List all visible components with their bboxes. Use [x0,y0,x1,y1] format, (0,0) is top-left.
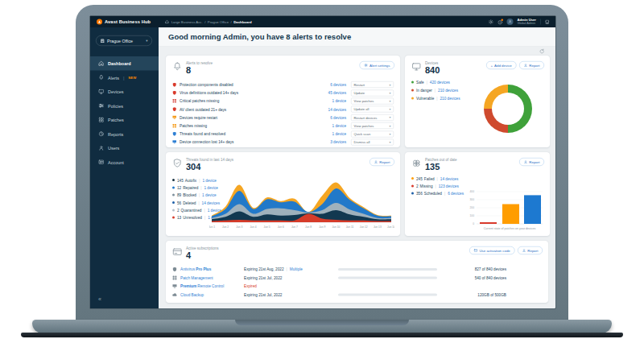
svg-text:Jun 11: Jun 11 [346,225,354,229]
subscription-name[interactable]: Premium Remote Control [180,284,244,289]
subscription-row: Cloud Backup Expiring 21st Jul, 2022 120… [172,291,542,300]
devices-count: 840 [425,65,440,76]
legend-count: 356 [416,191,423,196]
legend-dot [172,209,175,211]
sidebar-collapse-icon[interactable]: « [98,296,101,302]
subscription-expiry: Expiring 21st Jul, 2022 [244,292,333,297]
legend-devices-link[interactable]: 6 devices [448,191,464,196]
alert-row: Protection components disabled 6 devices… [172,81,394,89]
alert-settings-button[interactable]: Alert settings [360,61,394,69]
button-label: Add device [494,64,512,68]
subscription-name[interactable]: Patch Management [180,275,244,280]
alert-action-select[interactable]: Update ▾ [351,89,394,96]
sidebar-item-reports[interactable]: Reports [90,127,159,142]
legend-label: Missing [420,184,433,188]
alert-icon [172,115,177,120]
sidebar-item-devices[interactable]: Devices [90,85,159,99]
store-icon[interactable] [545,19,551,25]
report-button[interactable]: Report [519,158,544,166]
alert-devices-link[interactable]: 6 devices [311,115,346,120]
sidebar-item-alerts[interactable]: Alerts | NEW [90,71,159,85]
legend-label: In danger [416,88,432,93]
breadcrumb-mid[interactable]: Prague Office [208,20,229,24]
legend-devices-link[interactable]: 123 devices [439,184,459,188]
chevron-down-icon: ▾ [389,107,390,111]
card-actions: Report [519,158,544,166]
app-screen: Avast Business Hub Large Business Acc. /… [90,16,555,308]
legend-devices-link[interactable]: 14 devices [440,176,458,181]
button-label: Report [527,249,538,253]
add-device-button[interactable]: + Add device [486,61,516,69]
alert-devices-link[interactable]: 14 devices [311,107,346,112]
alert-action-select[interactable]: Restart devices ▾ [351,114,394,121]
chevron-down-icon: ▾ [389,99,390,103]
sidebar-item-account[interactable]: Account [90,155,159,170]
alert-devices-link[interactable]: 1 device [311,99,346,104]
alert-action-select[interactable]: View patches ▾ [351,97,394,104]
sidebar-item-policies[interactable]: Policies [90,99,159,114]
sidebar: Prague Office ▾ Dashboard Alerts | NEW D… [90,27,159,308]
legend-label: Failed [424,176,435,181]
report-button[interactable]: Report [518,246,543,254]
alert-action-select[interactable]: Update all ▾ [351,106,394,113]
legend-label: Safe [416,80,424,85]
alert-devices-link[interactable]: 6 devices [311,82,346,87]
sidebar-item-label: Dashboard [108,61,131,66]
breadcrumb-separator: / [231,20,232,24]
usage-count: 827 of 840 devices [437,267,542,272]
sidebar-item-patches[interactable]: Patches [90,113,159,127]
org-selector[interactable]: Prague Office ▾ [96,35,152,46]
legend-count: 145 [177,178,184,183]
breadcrumb-root[interactable]: Large Business Acc. [171,20,203,24]
sidebar-item-dashboard[interactable]: Dashboard [90,56,159,71]
subscription-name[interactable]: Antivirus Pro Plus [180,267,244,272]
subscription-row: Premium Remote Control Expired [172,282,542,291]
refresh-icon[interactable] [539,48,546,55]
legend-devices-link[interactable]: 210 devices [440,96,460,101]
use-activation-code-button[interactable]: Use activation code [469,246,514,254]
card-actions: Alert settings [360,61,394,69]
avatar[interactable] [506,19,513,25]
alert-action-select[interactable]: View patches ▾ [351,122,394,129]
legend-devices-link[interactable]: 420 devices [430,80,450,85]
sidebar-item-label: Account [108,159,124,164]
alert-action-select[interactable]: Restart ▾ [351,81,394,88]
alert-devices-link[interactable]: 45 devices [311,91,346,96]
settings-gear-icon[interactable] [488,19,493,25]
patches-icon [98,117,105,123]
divider: | [204,215,205,220]
dashboard-icon [98,60,105,67]
alert-label: Threats found and resolved [180,132,225,137]
select-value: Update all [354,107,369,111]
alert-action-select[interactable]: Quick scan ▾ [351,130,394,137]
legend-dot [411,184,414,187]
alert-action-select[interactable]: Dismiss all ▾ [351,138,394,145]
divider: | [200,185,201,190]
alert-devices-link[interactable]: 1 device [311,132,346,137]
legend-label: Deleted [183,201,196,205]
legend-label: Repaired [183,185,198,190]
legend-dot [411,97,414,100]
multiple-link[interactable]: Multiple [290,267,303,272]
sidebar-item-users[interactable]: Users [90,141,159,155]
alert-row: Device connection lost 14+ days 3 device… [172,138,394,146]
subscription-name[interactable]: Cloud Backup [180,292,244,297]
alert-devices-link[interactable]: 3 devices [311,140,346,145]
alert-devices-link[interactable]: 1 device [311,123,346,128]
svg-text:100: 100 [469,214,474,217]
alert-row: Critical patches missing 1 device View p… [172,97,394,105]
whats-new-icon[interactable] [497,19,503,25]
bell-icon [172,62,183,72]
alert-icon [172,82,177,87]
subscription-expiry: Expired [244,284,333,289]
user-info[interactable]: Admin User Global Admin [517,18,536,25]
divider: | [199,178,200,183]
button-label: Report [379,160,390,164]
chevron-down-icon: ▾ [389,124,390,128]
svg-text:Jun 4: Jun 4 [250,225,256,229]
legend-dot [172,217,175,219]
topbar-actions: Admin User Global Admin [488,18,550,25]
report-button[interactable]: Report [369,158,394,166]
report-button[interactable]: Report [519,61,544,69]
legend-devices-link[interactable]: 210 devices [438,88,458,93]
